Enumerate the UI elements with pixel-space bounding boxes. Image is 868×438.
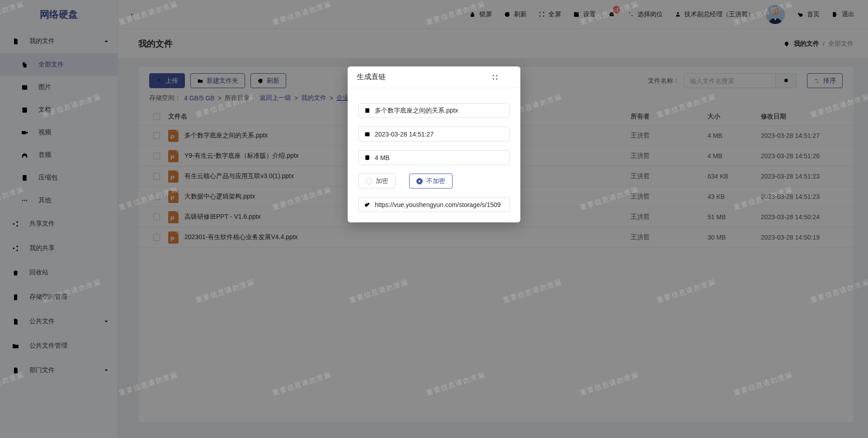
file-size-field[interactable]: 4 MB xyxy=(359,150,509,165)
file-size-value: 4 MB xyxy=(375,154,390,161)
document-icon xyxy=(364,107,371,114)
direct-link-value: https://vue.youshengyun.com/storage/s/15… xyxy=(375,201,501,208)
modified-date-value: 2023-03-28 14:51:27 xyxy=(375,131,434,138)
radio-circle-icon xyxy=(366,178,372,184)
maximize-dialog-icon[interactable] xyxy=(492,74,498,80)
app-root: 网络硬盘 我的文件 全部文件 图片 文档 视频 音频 压缩包 xyxy=(0,0,868,438)
generate-link-dialog: 生成直链 多个数字底座之间的关系.pptx 2023-03-28 14:51:2… xyxy=(348,66,520,222)
radio-label: 不加密 xyxy=(426,177,445,185)
database-icon xyxy=(364,154,371,161)
close-dialog-icon[interactable] xyxy=(505,74,511,80)
no-encrypt-radio[interactable]: 不加密 xyxy=(409,174,453,188)
dialog-body: 多个数字底座之间的关系.pptx 2023-03-28 14:51:27 4 M… xyxy=(348,88,520,212)
radio-circle-icon xyxy=(416,178,423,184)
encryption-options: 加密 不加密 xyxy=(359,174,509,188)
file-name-value: 多个数字底座之间的关系.pptx xyxy=(375,107,458,115)
dialog-title: 生成直链 xyxy=(357,72,386,82)
encrypt-radio[interactable]: 加密 xyxy=(359,174,396,188)
modified-date-field[interactable]: 2023-03-28 14:51:27 xyxy=(359,127,509,141)
dialog-header: 生成直链 xyxy=(348,66,520,88)
file-name-field[interactable]: 多个数字底座之间的关系.pptx xyxy=(359,103,509,118)
direct-link-field[interactable]: https://vue.youshengyun.com/storage/s/15… xyxy=(359,197,509,212)
radio-label: 加密 xyxy=(376,177,388,185)
paperclip-icon xyxy=(364,201,371,208)
calendar-icon xyxy=(364,131,371,137)
